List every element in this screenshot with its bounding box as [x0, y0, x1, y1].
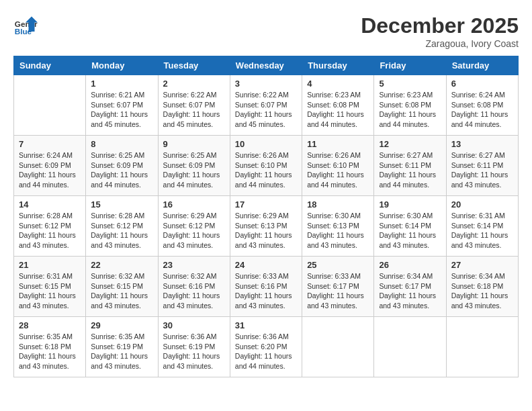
day-number: 24: [235, 260, 297, 270]
day-info: Sunrise: 6:28 AM Sunset: 6:12 PM Dayligh…: [19, 211, 81, 250]
day-number: 10: [235, 139, 297, 149]
day-number: 6: [451, 79, 513, 89]
day-number: 12: [379, 139, 441, 149]
day-info: Sunrise: 6:28 AM Sunset: 6:12 PM Dayligh…: [91, 211, 152, 250]
day-info: Sunrise: 6:23 AM Sunset: 6:08 PM Dayligh…: [379, 90, 441, 130]
week-row-0: 1Sunrise: 6:21 AM Sunset: 6:07 PM Daylig…: [14, 75, 519, 136]
calendar-cell: 31Sunrise: 6:36 AM Sunset: 6:20 PM Dayli…: [230, 317, 302, 377]
calendar-cell: 30Sunrise: 6:36 AM Sunset: 6:19 PM Dayli…: [158, 317, 230, 377]
day-number: 9: [163, 139, 225, 149]
day-info: Sunrise: 6:24 AM Sunset: 6:09 PM Dayligh…: [19, 150, 81, 190]
day-number: 30: [163, 320, 225, 330]
day-number: 13: [451, 139, 513, 149]
day-number: 5: [379, 79, 441, 89]
calendar-cell: 7Sunrise: 6:24 AM Sunset: 6:09 PM Daylig…: [14, 136, 86, 196]
logo: General Blue: [13, 13, 40, 38]
weekday-sunday: Sunday: [14, 56, 86, 75]
month-title: December 2025: [361, 13, 519, 38]
weekday-header-row: SundayMondayTuesdayWednesdayThursdayFrid…: [14, 56, 519, 75]
calendar-cell: 22Sunrise: 6:32 AM Sunset: 6:15 PM Dayli…: [86, 257, 158, 317]
day-number: 22: [91, 260, 152, 270]
day-info: Sunrise: 6:32 AM Sunset: 6:15 PM Dayligh…: [91, 271, 152, 311]
day-number: 21: [19, 260, 81, 270]
day-info: Sunrise: 6:27 AM Sunset: 6:11 PM Dayligh…: [451, 150, 513, 190]
day-info: Sunrise: 6:22 AM Sunset: 6:07 PM Dayligh…: [235, 90, 297, 130]
week-row-2: 14Sunrise: 6:28 AM Sunset: 6:12 PM Dayli…: [14, 196, 519, 257]
day-number: 7: [19, 139, 81, 149]
calendar-cell: 27Sunrise: 6:34 AM Sunset: 6:18 PM Dayli…: [446, 257, 518, 317]
day-info: Sunrise: 6:35 AM Sunset: 6:18 PM Dayligh…: [19, 332, 81, 371]
day-number: 23: [163, 260, 225, 270]
day-info: Sunrise: 6:27 AM Sunset: 6:11 PM Dayligh…: [379, 150, 441, 190]
day-number: 14: [19, 199, 81, 210]
calendar-cell: 20Sunrise: 6:31 AM Sunset: 6:14 PM Dayli…: [446, 196, 518, 257]
day-number: 15: [91, 199, 152, 210]
calendar-cell: 18Sunrise: 6:30 AM Sunset: 6:13 PM Dayli…: [302, 196, 374, 257]
calendar-cell: 16Sunrise: 6:29 AM Sunset: 6:12 PM Dayli…: [158, 196, 230, 257]
day-number: 31: [235, 320, 297, 330]
weekday-thursday: Thursday: [302, 56, 374, 75]
day-number: 27: [451, 260, 513, 270]
day-number: 20: [451, 199, 513, 210]
calendar-cell: 12Sunrise: 6:27 AM Sunset: 6:11 PM Dayli…: [374, 136, 446, 196]
day-info: Sunrise: 6:26 AM Sunset: 6:10 PM Dayligh…: [307, 150, 369, 190]
day-info: Sunrise: 6:32 AM Sunset: 6:16 PM Dayligh…: [163, 271, 225, 311]
day-info: Sunrise: 6:30 AM Sunset: 6:14 PM Dayligh…: [379, 211, 441, 250]
calendar-body: 1Sunrise: 6:21 AM Sunset: 6:07 PM Daylig…: [14, 75, 519, 377]
day-info: Sunrise: 6:30 AM Sunset: 6:13 PM Dayligh…: [307, 211, 369, 250]
day-info: Sunrise: 6:35 AM Sunset: 6:19 PM Dayligh…: [91, 332, 152, 371]
day-info: Sunrise: 6:25 AM Sunset: 6:09 PM Dayligh…: [91, 150, 152, 190]
day-info: Sunrise: 6:23 AM Sunset: 6:08 PM Dayligh…: [307, 90, 369, 130]
day-info: Sunrise: 6:34 AM Sunset: 6:18 PM Dayligh…: [451, 271, 513, 311]
day-info: Sunrise: 6:25 AM Sunset: 6:09 PM Dayligh…: [163, 150, 225, 190]
week-row-3: 21Sunrise: 6:31 AM Sunset: 6:15 PM Dayli…: [14, 257, 519, 317]
calendar-cell: 26Sunrise: 6:34 AM Sunset: 6:17 PM Dayli…: [374, 257, 446, 317]
calendar-cell: [14, 75, 86, 136]
calendar-cell: [446, 317, 518, 377]
calendar-cell: 2Sunrise: 6:22 AM Sunset: 6:07 PM Daylig…: [158, 75, 230, 136]
logo-icon: General Blue: [13, 13, 38, 38]
day-info: Sunrise: 6:31 AM Sunset: 6:15 PM Dayligh…: [19, 271, 81, 311]
week-row-1: 7Sunrise: 6:24 AM Sunset: 6:09 PM Daylig…: [14, 136, 519, 196]
calendar-cell: 1Sunrise: 6:21 AM Sunset: 6:07 PM Daylig…: [86, 75, 158, 136]
day-info: Sunrise: 6:34 AM Sunset: 6:17 PM Dayligh…: [379, 271, 441, 311]
day-number: 18: [307, 199, 369, 210]
day-number: 1: [91, 79, 152, 89]
day-info: Sunrise: 6:36 AM Sunset: 6:19 PM Dayligh…: [163, 332, 225, 371]
calendar-table: SundayMondayTuesdayWednesdayThursdayFrid…: [13, 56, 519, 377]
calendar-cell: 28Sunrise: 6:35 AM Sunset: 6:18 PM Dayli…: [14, 317, 86, 377]
weekday-monday: Monday: [86, 56, 158, 75]
weekday-tuesday: Tuesday: [158, 56, 230, 75]
day-info: Sunrise: 6:22 AM Sunset: 6:07 PM Dayligh…: [163, 90, 225, 130]
title-block: December 2025 Zaragoua, Ivory Coast: [361, 13, 519, 49]
calendar-cell: 9Sunrise: 6:25 AM Sunset: 6:09 PM Daylig…: [158, 136, 230, 196]
day-info: Sunrise: 6:24 AM Sunset: 6:08 PM Dayligh…: [451, 90, 513, 130]
day-info: Sunrise: 6:33 AM Sunset: 6:16 PM Dayligh…: [235, 271, 297, 311]
day-info: Sunrise: 6:33 AM Sunset: 6:17 PM Dayligh…: [307, 271, 369, 311]
day-number: 17: [235, 199, 297, 210]
calendar-cell: 21Sunrise: 6:31 AM Sunset: 6:15 PM Dayli…: [14, 257, 86, 317]
calendar-cell: 4Sunrise: 6:23 AM Sunset: 6:08 PM Daylig…: [302, 75, 374, 136]
day-number: 2: [163, 79, 225, 89]
day-number: 8: [91, 139, 152, 149]
calendar-cell: 3Sunrise: 6:22 AM Sunset: 6:07 PM Daylig…: [230, 75, 302, 136]
day-number: 11: [307, 139, 369, 149]
calendar-cell: 14Sunrise: 6:28 AM Sunset: 6:12 PM Dayli…: [14, 196, 86, 257]
day-info: Sunrise: 6:21 AM Sunset: 6:07 PM Dayligh…: [91, 90, 152, 130]
week-row-4: 28Sunrise: 6:35 AM Sunset: 6:18 PM Dayli…: [14, 317, 519, 377]
calendar-cell: 23Sunrise: 6:32 AM Sunset: 6:16 PM Dayli…: [158, 257, 230, 317]
weekday-wednesday: Wednesday: [230, 56, 302, 75]
calendar-cell: 6Sunrise: 6:24 AM Sunset: 6:08 PM Daylig…: [446, 75, 518, 136]
calendar-cell: [374, 317, 446, 377]
calendar-cell: 13Sunrise: 6:27 AM Sunset: 6:11 PM Dayli…: [446, 136, 518, 196]
day-number: 28: [19, 320, 81, 330]
day-number: 29: [91, 320, 152, 330]
calendar-cell: 10Sunrise: 6:26 AM Sunset: 6:10 PM Dayli…: [230, 136, 302, 196]
day-info: Sunrise: 6:29 AM Sunset: 6:12 PM Dayligh…: [163, 211, 225, 250]
calendar-cell: 25Sunrise: 6:33 AM Sunset: 6:17 PM Dayli…: [302, 257, 374, 317]
day-number: 19: [379, 199, 441, 210]
calendar-cell: 17Sunrise: 6:29 AM Sunset: 6:13 PM Dayli…: [230, 196, 302, 257]
day-number: 4: [307, 79, 369, 89]
calendar-cell: 15Sunrise: 6:28 AM Sunset: 6:12 PM Dayli…: [86, 196, 158, 257]
calendar-cell: 24Sunrise: 6:33 AM Sunset: 6:16 PM Dayli…: [230, 257, 302, 317]
